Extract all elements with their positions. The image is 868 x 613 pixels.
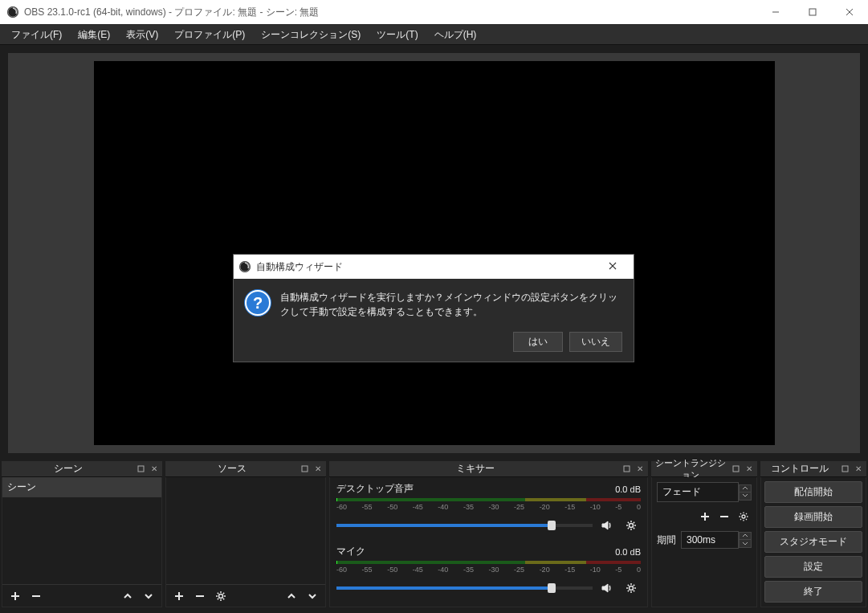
svg-rect-10 bbox=[138, 466, 144, 472]
mixer-track-db: 0.0 dB bbox=[615, 484, 641, 494]
scenes-dock: シーン ✕ シーン bbox=[2, 461, 162, 607]
menu-view[interactable]: 表示(V) bbox=[118, 26, 166, 44]
menu-edit[interactable]: 編集(E) bbox=[70, 26, 118, 44]
dialog-close-button[interactable] bbox=[597, 261, 629, 272]
mixer-track-name: デスクトップ音声 bbox=[336, 482, 615, 496]
controls-title: コントロール bbox=[760, 462, 839, 476]
dock-popout-icon[interactable] bbox=[135, 464, 146, 475]
start-streaming-button[interactable]: 配信開始 bbox=[764, 481, 862, 503]
svg-rect-19 bbox=[624, 466, 630, 472]
scenes-title: シーン bbox=[2, 462, 135, 476]
window-title: OBS 23.1.0-rc1 (64-bit, windows) - プロファイ… bbox=[24, 6, 757, 19]
dialog-message: 自動構成ウィザードを実行しますか？メインウィンドウの設定ボタンをクリックして手動… bbox=[280, 290, 622, 319]
dialog-title: 自動構成ウィザード bbox=[256, 260, 597, 274]
sources-title: ソース bbox=[165, 462, 299, 476]
source-down-button[interactable] bbox=[303, 586, 322, 606]
dock-close-icon[interactable]: ✕ bbox=[149, 464, 160, 475]
status-bar: LIVE: 00:00:00 REC: 00:00:00 CPU: 0.4%, … bbox=[0, 607, 868, 613]
menu-scene-collection[interactable]: シーンコレクション(S) bbox=[253, 26, 369, 44]
mixer-track: デスクトップ音声 0.0 dB -60-55-50-45-40-35-30-25… bbox=[330, 477, 647, 540]
chevron-up-icon[interactable] bbox=[739, 484, 752, 492]
speaker-icon[interactable] bbox=[597, 578, 617, 598]
obs-logo-icon bbox=[238, 260, 251, 273]
svg-point-21 bbox=[630, 586, 634, 591]
vu-ticks: -60-55-50-45-40-35-30-25-20-15-10-50 bbox=[336, 566, 641, 574]
dock-close-icon[interactable]: ✕ bbox=[312, 464, 324, 475]
dock-close-icon[interactable]: ✕ bbox=[853, 464, 864, 475]
add-transition-button[interactable] bbox=[697, 507, 713, 526]
maximize-button[interactable] bbox=[794, 0, 831, 24]
minimize-button[interactable] bbox=[757, 0, 794, 24]
gear-icon[interactable] bbox=[621, 516, 641, 535]
mixer-title: ミキサー bbox=[329, 462, 621, 476]
chevron-down-icon[interactable] bbox=[739, 492, 752, 501]
mixer-track-name: マイク bbox=[336, 545, 615, 558]
scene-down-button[interactable] bbox=[139, 586, 158, 606]
remove-transition-button[interactable] bbox=[716, 507, 732, 526]
preview-canvas[interactable] bbox=[94, 61, 775, 445]
menu-file[interactable]: ファイル(F) bbox=[3, 26, 70, 44]
vu-meter bbox=[336, 561, 641, 564]
transition-select[interactable]: フェード bbox=[657, 482, 739, 502]
yes-button[interactable]: はい bbox=[513, 332, 563, 352]
svg-rect-27 bbox=[842, 466, 848, 472]
exit-button[interactable]: 終了 bbox=[764, 581, 862, 603]
dock-popout-icon[interactable] bbox=[621, 464, 632, 475]
dock-popout-icon[interactable] bbox=[839, 464, 850, 475]
chevron-up-icon[interactable] bbox=[739, 532, 752, 540]
window-titlebar: OBS 23.1.0-rc1 (64-bit, windows) - プロファイ… bbox=[0, 0, 868, 24]
mixer-track: マイク 0.0 dB -60-55-50-45-40-35-30-25-20-1… bbox=[330, 540, 647, 603]
volume-slider[interactable] bbox=[336, 524, 593, 527]
menu-profile[interactable]: プロファイル(P) bbox=[166, 26, 253, 44]
scene-item[interactable]: シーン bbox=[2, 477, 161, 497]
dock-close-icon[interactable]: ✕ bbox=[634, 464, 646, 475]
svg-rect-14 bbox=[302, 466, 308, 472]
svg-point-26 bbox=[742, 515, 745, 518]
menu-bar: ファイル(F) 編集(E) 表示(V) プロファイル(P) シーンコレクション(… bbox=[0, 24, 868, 45]
vu-meter bbox=[336, 498, 641, 501]
svg-rect-3 bbox=[809, 9, 816, 15]
dock-popout-icon[interactable] bbox=[730, 464, 741, 475]
svg-rect-22 bbox=[733, 466, 739, 472]
scene-up-button[interactable] bbox=[118, 586, 137, 606]
chevron-down-icon[interactable] bbox=[739, 540, 752, 548]
question-icon: ? bbox=[245, 290, 271, 316]
gear-icon[interactable] bbox=[621, 578, 641, 598]
remove-scene-button[interactable] bbox=[26, 586, 46, 606]
no-button[interactable]: いいえ bbox=[569, 332, 622, 352]
transition-properties-button[interactable] bbox=[736, 507, 752, 526]
controls-dock: コントロール ✕ 配信開始 録画開始 スタジオモード 設定 終了 bbox=[760, 461, 866, 607]
transitions-dock: シーントランジション ✕ フェード 期間 bbox=[651, 461, 757, 607]
dock-close-icon[interactable]: ✕ bbox=[744, 464, 755, 475]
add-source-button[interactable] bbox=[169, 586, 189, 606]
auto-config-dialog: 自動構成ウィザード ? 自動構成ウィザードを実行しますか？メインウィンドウの設定… bbox=[233, 254, 634, 362]
sources-dock: ソース ✕ bbox=[165, 461, 326, 607]
vu-ticks: -60-55-50-45-40-35-30-25-20-15-10-50 bbox=[336, 503, 641, 511]
menu-help[interactable]: ヘルプ(H) bbox=[426, 26, 485, 44]
dock-popout-icon[interactable] bbox=[299, 464, 310, 475]
svg-point-20 bbox=[630, 524, 634, 528]
add-scene-button[interactable] bbox=[6, 586, 25, 606]
remove-source-button[interactable] bbox=[190, 586, 210, 606]
preview-area: 自動構成ウィザード ? 自動構成ウィザードを実行しますか？メインウィンドウの設定… bbox=[8, 53, 860, 453]
menu-tools[interactable]: ツール(T) bbox=[369, 26, 426, 44]
studio-mode-button[interactable]: スタジオモード bbox=[764, 531, 862, 553]
settings-button[interactable]: 設定 bbox=[764, 556, 862, 578]
speaker-icon[interactable] bbox=[597, 516, 617, 535]
volume-slider[interactable] bbox=[336, 586, 593, 590]
source-up-button[interactable] bbox=[282, 586, 301, 606]
duration-label: 期間 bbox=[657, 533, 676, 547]
mixer-track-db: 0.0 dB bbox=[615, 547, 641, 557]
mixer-dock: ミキサー ✕ デスクトップ音声 0.0 dB -60-55-50-45-40-3… bbox=[329, 461, 648, 607]
source-properties-button[interactable] bbox=[211, 586, 230, 606]
duration-input[interactable]: 300ms bbox=[681, 531, 739, 549]
close-button[interactable] bbox=[831, 0, 868, 24]
start-recording-button[interactable]: 録画開始 bbox=[764, 506, 862, 528]
svg-point-18 bbox=[219, 594, 223, 598]
obs-logo-icon bbox=[6, 6, 19, 18]
